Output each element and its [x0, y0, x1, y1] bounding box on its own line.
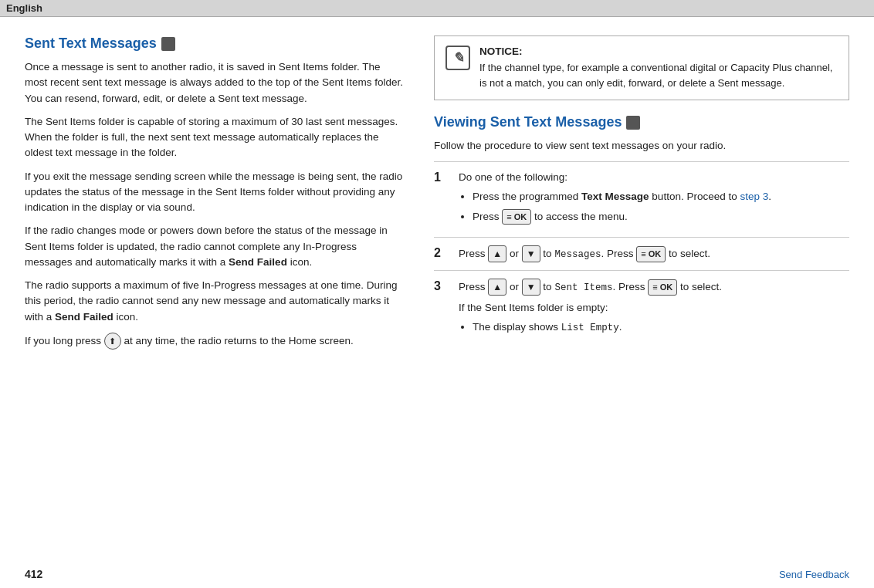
step-3-extra: If the Sent Items folder is empty: — [459, 300, 849, 316]
left-para4: If the radio changes mode or powers down… — [25, 223, 403, 270]
step-2-text: Press ▲ or ▼ to Messages. Press ≡ OK to … — [459, 245, 849, 262]
notice-title: NOTICE: — [479, 46, 838, 57]
step-2-num: 2 — [434, 245, 449, 260]
messages-code: Messages — [554, 249, 601, 260]
step-2: 2 Press ▲ or ▼ to Messages. Press ≡ OK t… — [434, 237, 849, 270]
up-arrow-button-3: ▲ — [488, 279, 506, 296]
step3-link[interactable]: step 3 — [740, 191, 768, 202]
home-button-icon: ⬆ — [104, 333, 121, 350]
right-column: ✎ NOTICE: If the channel type, for examp… — [434, 35, 849, 357]
viewing-title: Viewing Sent Text Messages — [434, 114, 849, 130]
notice-box: ✎ NOTICE: If the channel type, for examp… — [434, 35, 849, 100]
left-para2: The Sent Items folder is capable of stor… — [25, 114, 403, 161]
sent-messages-title: Sent Text Messages — [25, 35, 403, 52]
step-1-bullet-1: Press the programmed Text Message button… — [473, 189, 849, 204]
step-3: 3 Press ▲ or ▼ to Sent Items. Press ≡ OK… — [434, 270, 849, 347]
left-para1: Once a message is sent to another radio,… — [25, 59, 403, 106]
step-3-bullets: The display shows List Empty. — [473, 319, 849, 336]
right-intro: Follow the procedure to view sent text m… — [434, 138, 849, 154]
top-bar: English — [0, 0, 874, 17]
text-message-bold: Text Message — [581, 191, 649, 202]
step-3-text: Press ▲ or ▼ to Sent Items. Press ≡ OK t… — [459, 279, 849, 296]
ok-button-2: ≡ OK — [636, 246, 666, 262]
left-para3: If you exit the message sending screen w… — [25, 169, 403, 216]
step-3-num: 3 — [434, 279, 449, 293]
step-3-bullet-1: The display shows List Empty. — [473, 319, 849, 336]
up-arrow-button-2: ▲ — [488, 245, 506, 262]
notice-icon: ✎ — [445, 46, 470, 70]
sent-items-code: Sent Items — [554, 282, 612, 293]
step-1-heading: Do one of the following: — [459, 170, 849, 185]
page-number: 412 — [25, 568, 42, 580]
language-label: English — [6, 2, 42, 14]
step-2-content: Press ▲ or ▼ to Messages. Press ≡ OK to … — [459, 245, 849, 262]
main-content: Sent Text Messages Once a message is sen… — [0, 17, 874, 376]
list-empty-code: List Empty — [561, 323, 619, 333]
left-para6: If you long press ⬆ at any time, the rad… — [25, 333, 403, 350]
notice-text: If the channel type, for example a conve… — [479, 60, 838, 90]
ok-button-3: ≡ OK — [648, 279, 677, 296]
left-column: Sent Text Messages Once a message is sen… — [25, 35, 403, 357]
step-1-content: Do one of the following: Press the progr… — [459, 170, 849, 229]
radio-icon-2 — [626, 116, 640, 130]
down-arrow-button-3: ▼ — [522, 279, 540, 296]
step-1-bullets: Press the programmed Text Message button… — [473, 189, 849, 225]
step-3-content: Press ▲ or ▼ to Sent Items. Press ≡ OK t… — [459, 279, 849, 340]
ok-button-1: ≡ OK — [502, 209, 531, 225]
down-arrow-button-2: ▼ — [522, 245, 540, 262]
step-1: 1 Do one of the following: Press the pro… — [434, 161, 849, 237]
notice-content: NOTICE: If the channel type, for example… — [479, 46, 838, 90]
left-para5: The radio supports a maximum of five In-… — [25, 278, 403, 325]
radio-icon — [161, 37, 175, 51]
page-footer: 412 Send Feedback — [0, 560, 874, 588]
steps-list: 1 Do one of the following: Press the pro… — [434, 161, 849, 347]
step-1-bullet-2: Press ≡ OK to access the menu. — [473, 209, 849, 225]
send-feedback-link[interactable]: Send Feedback — [779, 569, 849, 580]
step-1-num: 1 — [434, 170, 449, 184]
